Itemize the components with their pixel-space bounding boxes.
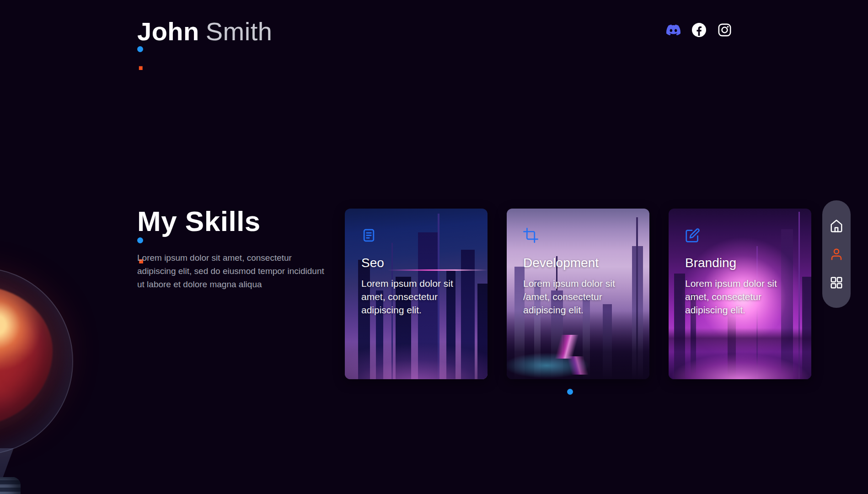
bulb-neck [0, 448, 21, 481]
skills-carousel: Seo Lorem ipsum dolor sit amet, consecte… [345, 209, 811, 379]
bulb-glass [0, 268, 73, 455]
skill-card-branding[interactable]: Branding Lorem ipsum dolor sit amet, con… [669, 209, 811, 379]
document-lines-icon [361, 228, 474, 243]
card-title: Branding [685, 256, 798, 270]
side-nav [822, 200, 851, 308]
crop-icon [523, 228, 636, 243]
lightbulb-brain-image [0, 268, 75, 494]
discord-icon[interactable] [666, 23, 680, 37]
card-text: Lorem ipsum dolor sit amet, consectetur … [361, 277, 474, 317]
logo-dot: . [137, 46, 143, 52]
user-icon [830, 247, 843, 261]
logo-first-name: John [137, 17, 199, 46]
skill-card-seo[interactable]: Seo Lorem ipsum dolor sit amet, consecte… [345, 209, 488, 379]
bulb-screw-base [0, 477, 21, 494]
instagram-icon[interactable] [718, 23, 732, 37]
card-title: Seo [361, 256, 474, 270]
section-title: My Skills. [137, 205, 261, 243]
nav-home-button[interactable] [829, 219, 844, 233]
grid-icon [830, 276, 843, 290]
nav-grid-button[interactable] [829, 275, 844, 290]
card-text: Lorem ipsum dolor sit amet, consectetur … [685, 277, 798, 317]
section-title-dot: . [137, 237, 143, 243]
social-links [666, 23, 732, 37]
home-icon [830, 219, 843, 233]
carousel-dot-active[interactable] [567, 389, 573, 395]
skill-card-development[interactable]: Development Lorem ipsum dolor sit /amet,… [507, 209, 649, 379]
brain [0, 286, 53, 425]
edit-icon [685, 228, 798, 243]
page: JohnSmith. My Skills. Lorem ipsum dolor … [0, 0, 868, 494]
card-title: Development [523, 256, 636, 270]
logo-last-name: Smith [206, 17, 273, 46]
section-title-text: My Skills [137, 205, 261, 237]
carousel-pagination [567, 389, 573, 395]
nav-profile-button-active[interactable] [829, 247, 844, 262]
site-logo[interactable]: JohnSmith. [137, 16, 272, 52]
facebook-icon[interactable] [692, 23, 706, 37]
card-text: Lorem ipsum dolor sit /amet, consectetur… [523, 277, 636, 317]
section-description: Lorem ipsum dolor sit amet, consectetur … [137, 251, 326, 291]
